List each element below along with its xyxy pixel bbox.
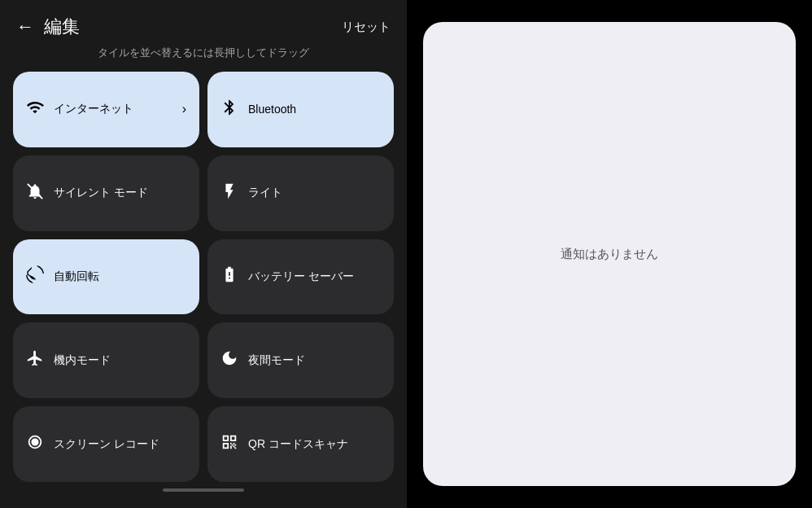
tile-nightmode-label: 夜間モード <box>248 353 381 368</box>
tiles-grid: インターネット › Bluetooth サイレント モード <box>13 72 394 482</box>
left-panel: ← 編集 リセット タイルを並べ替えるには長押ししてドラッグ インターネット ›… <box>0 0 407 508</box>
tile-silent[interactable]: サイレント モード <box>13 155 199 231</box>
reset-button[interactable]: リセット <box>342 20 391 35</box>
bottom-indicator <box>163 488 244 492</box>
wifi-icon <box>26 99 44 120</box>
tile-internet[interactable]: インターネット › <box>13 72 199 147</box>
no-notification-text: 通知はありません <box>561 247 658 262</box>
silent-icon <box>26 182 44 204</box>
header: ← 編集 リセット <box>13 0 394 46</box>
airplane-icon <box>26 349 44 371</box>
qr-icon <box>220 433 238 455</box>
tile-battery-label: バッテリー セーバー <box>248 269 381 284</box>
right-panel: 通知はありません <box>407 0 812 508</box>
svg-point-2 <box>31 439 38 446</box>
flashlight-icon <box>220 182 238 204</box>
battery-icon <box>220 265 238 287</box>
page-title: 編集 <box>44 15 80 39</box>
tile-nightmode[interactable]: 夜間モード <box>207 322 394 398</box>
tile-airplane[interactable]: 機内モード <box>13 322 199 398</box>
tile-qrscanner-label: QR コードスキャナ <box>248 437 381 452</box>
tile-qrscanner[interactable]: QR コードスキャナ <box>207 406 394 482</box>
back-button[interactable]: ← <box>16 16 34 37</box>
tile-autorotate[interactable]: 自動回転 <box>13 239 199 315</box>
chevron-icon: › <box>182 102 186 116</box>
tile-screenrecord-label: スクリーン レコード <box>54 437 186 452</box>
subtitle-text: タイルを並べ替えるには長押ししてドラッグ <box>13 46 394 60</box>
tile-flashlight-label: ライト <box>248 186 381 200</box>
record-icon <box>26 433 44 455</box>
tile-bluetooth[interactable]: Bluetooth <box>207 72 394 147</box>
header-left: ← 編集 <box>16 15 80 39</box>
tile-screenrecord[interactable]: スクリーン レコード <box>13 406 199 482</box>
tile-airplane-label: 機内モード <box>54 353 186 368</box>
tile-silent-label: サイレント モード <box>54 186 186 200</box>
tile-battery[interactable]: バッテリー セーバー <box>207 239 394 315</box>
bottom-bar <box>13 482 394 495</box>
rotate-icon <box>26 265 44 287</box>
moon-icon <box>220 349 238 371</box>
tile-flashlight[interactable]: ライト <box>207 155 394 231</box>
tile-internet-label: インターネット <box>54 102 172 116</box>
notification-box: 通知はありません <box>423 22 796 486</box>
bluetooth-icon <box>220 99 238 120</box>
tile-autorotate-label: 自動回転 <box>54 269 186 284</box>
tile-bluetooth-label: Bluetooth <box>248 103 381 116</box>
